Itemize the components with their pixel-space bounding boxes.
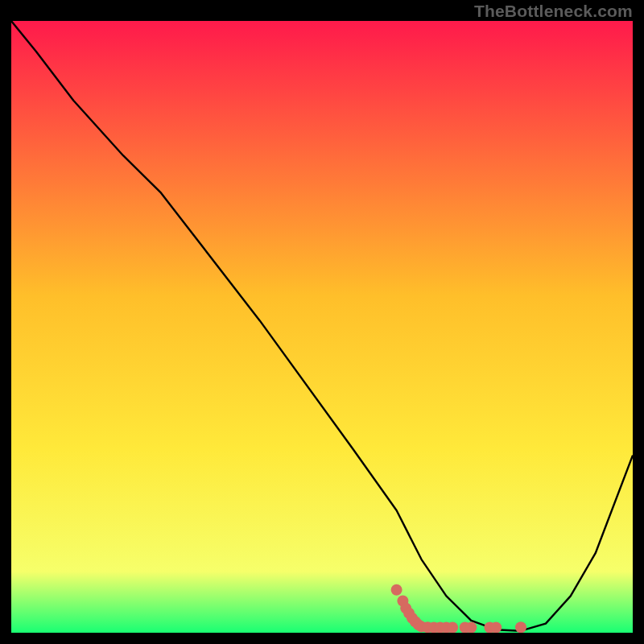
optimal-dot <box>447 622 458 634</box>
optimal-dot <box>465 622 477 634</box>
bottleneck-chart <box>11 21 633 633</box>
optimal-dot <box>490 622 502 634</box>
watermark-text: TheBottleneck.com <box>474 2 633 21</box>
gradient-background <box>11 21 633 633</box>
optimal-dot <box>391 584 402 596</box>
chart-frame <box>11 21 633 633</box>
optimal-dot <box>515 621 526 633</box>
